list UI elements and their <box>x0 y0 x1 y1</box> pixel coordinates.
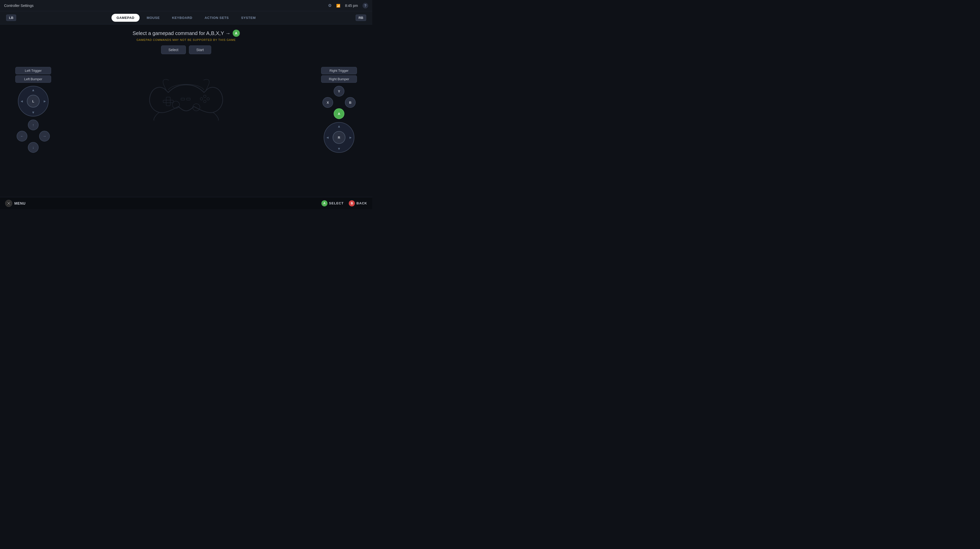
xbox-icon <box>6 201 11 206</box>
dpad-left[interactable]: ← <box>17 131 27 141</box>
page-title-text: Select a gamepad command for A,B,X,Y → <box>132 30 231 36</box>
dpad: ↑ ↓ ← → <box>17 119 50 153</box>
b-action-badge: B <box>349 200 355 206</box>
back-action: B BACK <box>349 200 367 206</box>
right-joystick-down: ▼ <box>337 147 341 151</box>
svg-rect-0 <box>166 97 170 106</box>
tab-mouse[interactable]: MOUSE <box>142 14 165 22</box>
gamepad-svg <box>145 70 227 121</box>
right-controls: Right Trigger Right Bumper Y X B A ▲ ▼ ◄… <box>321 62 357 153</box>
center-buttons: Select Start <box>161 46 212 54</box>
right-joystick-ring: ▲ ▼ ◄ ► R <box>324 122 354 153</box>
right-joystick[interactable]: ▲ ▼ ◄ ► R <box>324 122 354 153</box>
warning-text: GAMEPAD COMMANDS MAY NOT BE SUPPORTED BY… <box>137 38 236 41</box>
left-controls: Left Trigger Left Bumper ▲ ▼ ◄ ► L ↑ ↓ ←… <box>15 62 51 153</box>
face-btn-y[interactable]: Y <box>334 86 344 97</box>
rb-badge[interactable]: RB <box>356 14 366 21</box>
select-action-label: SELECT <box>329 201 344 205</box>
right-trigger-row: Right Trigger Right Bumper <box>321 67 357 83</box>
right-joystick-center[interactable]: R <box>332 131 345 144</box>
select-button[interactable]: Select <box>161 46 186 54</box>
help-icon[interactable] <box>363 3 368 8</box>
left-joystick-center[interactable]: L <box>27 95 40 108</box>
dpad-right[interactable]: → <box>39 131 50 141</box>
left-joystick-right: ► <box>43 99 46 103</box>
controller-area: Left Trigger Left Bumper ▲ ▼ ◄ ► L ↑ ↓ ←… <box>0 62 372 153</box>
left-joystick-ring: ▲ ▼ ◄ ► L <box>18 86 49 116</box>
face-btn-x[interactable]: X <box>322 97 333 108</box>
back-action-label: BACK <box>356 201 367 205</box>
topbar-right: 8:45 pm <box>328 3 368 8</box>
tab-action-sets[interactable]: ACTION SETS <box>199 14 234 22</box>
svg-point-9 <box>193 104 200 111</box>
svg-rect-6 <box>181 98 185 100</box>
menu-label: MENU <box>14 201 25 205</box>
left-joystick-up: ▲ <box>32 88 35 92</box>
svg-point-8 <box>172 101 180 108</box>
a-action-badge: A <box>321 200 328 206</box>
tab-gamepad[interactable]: GAMEPAD <box>111 14 140 22</box>
start-button[interactable]: Start <box>189 46 212 54</box>
signal-icon <box>336 3 340 8</box>
xbox-logo[interactable] <box>5 200 12 207</box>
left-joystick[interactable]: ▲ ▼ ◄ ► L <box>18 86 49 116</box>
bottombar: MENU A SELECT B BACK <box>0 197 372 209</box>
svg-point-5 <box>204 100 206 103</box>
right-joystick-left: ◄ <box>326 135 329 140</box>
bottom-right: A SELECT B BACK <box>321 200 367 206</box>
dpad-down[interactable]: ↓ <box>28 142 38 153</box>
left-trigger-row: Left Trigger Left Bumper <box>15 67 51 83</box>
window-title: Controller Settings <box>4 3 33 8</box>
page-title: Select a gamepad command for A,B,X,Y → A <box>132 30 240 37</box>
right-bumper-button[interactable]: Right Bumper <box>321 75 357 83</box>
tab-keyboard[interactable]: KEYBOARD <box>167 14 198 22</box>
face-btn-a[interactable]: A <box>334 108 344 119</box>
svg-point-2 <box>200 98 203 100</box>
dpad-up[interactable]: ↑ <box>28 119 38 130</box>
right-trigger-button[interactable]: Right Trigger <box>321 67 357 75</box>
main-content: Select a gamepad command for A,B,X,Y → A… <box>0 25 372 197</box>
topbar: Controller Settings 8:45 pm <box>0 0 372 11</box>
left-bumper-button[interactable]: Left Bumper <box>15 75 51 83</box>
bottom-left: MENU <box>5 200 25 207</box>
select-action: A SELECT <box>321 200 344 206</box>
lb-badge[interactable]: LB <box>6 14 16 21</box>
left-trigger-button[interactable]: Left Trigger <box>15 67 51 75</box>
face-btn-b[interactable]: B <box>345 97 356 108</box>
svg-point-3 <box>204 95 206 98</box>
clock: 8:45 pm <box>345 3 358 8</box>
svg-rect-1 <box>163 100 173 103</box>
left-joystick-left: ◄ <box>20 99 24 103</box>
gamepad-image <box>51 62 321 121</box>
gear-icon[interactable] <box>328 3 332 8</box>
svg-point-4 <box>207 98 209 100</box>
tab-system[interactable]: SYSTEM <box>236 14 261 22</box>
a-button-badge: A <box>233 30 240 37</box>
navtabs: LB GAMEPAD MOUSE KEYBOARD ACTION SETS SY… <box>0 11 372 25</box>
right-joystick-up: ▲ <box>337 124 341 128</box>
right-joystick-right: ► <box>349 135 352 140</box>
face-buttons: Y X B A <box>322 86 356 119</box>
left-joystick-down: ▼ <box>32 110 35 114</box>
svg-rect-7 <box>187 98 190 100</box>
